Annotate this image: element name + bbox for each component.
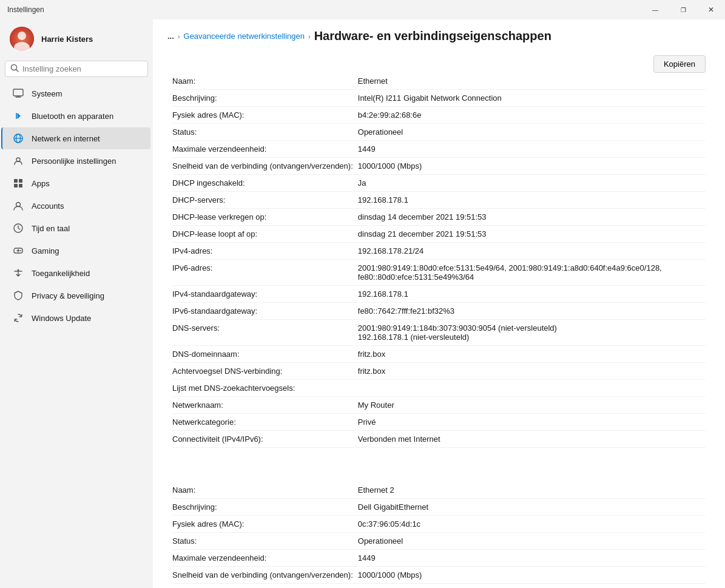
prop-value: 1000/1000 (Mbps)	[358, 567, 706, 584]
sidebar-item-netwerk-label: Netwerk en internet	[32, 134, 100, 143]
copy-button[interactable]: Kopiëren	[653, 55, 706, 73]
table-row: IPv6-adres: 2001:980:9149:1:80d0:efce:51…	[172, 260, 706, 286]
prop-value: Ja	[358, 175, 706, 192]
maximize-button[interactable]: ❐	[669, 0, 697, 19]
svg-point-11	[16, 158, 20, 161]
prop-label: IPv6-adres:	[172, 260, 358, 286]
prop-value: fritz.box	[358, 363, 706, 380]
breadcrumb-chevron-1: ›	[178, 33, 180, 40]
netwerk-icon	[12, 132, 24, 144]
breadcrumb-parent[interactable]: Geavanceerde netwerkinstellingen	[184, 32, 305, 41]
table-row: Status: Operationeel	[172, 533, 706, 550]
table-row: Fysiek adres (MAC): b4:2e:99:a2:68:6e	[172, 107, 706, 124]
titlebar: Instellingen — ❐ ✕	[0, 0, 725, 19]
prop-value: Dell GigabitEthernet	[358, 499, 706, 516]
ethernet2-table: Naam: Ethernet 2 Beschrijving: Dell Giga…	[172, 482, 706, 588]
prop-value: Operationeel	[358, 124, 706, 141]
sidebar-item-windows-update-label: Windows Update	[32, 314, 91, 323]
prop-value: 1449	[358, 141, 706, 158]
prop-value: Privé	[358, 414, 706, 431]
table-row: Connectiviteit (IPv4/IPv6): Verbonden me…	[172, 431, 706, 448]
sidebar-item-toegankelijkheid[interactable]: Toegankelijkheid	[2, 262, 150, 284]
sidebar-item-tijd[interactable]: Tijd en taal	[2, 217, 150, 239]
content-area: ... › Geavanceerde netwerkinstellingen ›…	[153, 19, 725, 588]
details-panel: Kopiëren Naam: Ethernet Beschrijving: In…	[153, 48, 725, 588]
table-row: Status: Operationeel	[172, 124, 706, 141]
prop-value: 192.168.178.1	[358, 286, 706, 303]
sidebar: Harrie Kisters Systeem	[0, 19, 153, 588]
sidebar-search[interactable]	[5, 61, 148, 77]
table-row: Beschrijving: Dell GigabitEthernet	[172, 499, 706, 516]
prop-value: 192.168.178.21/24	[358, 243, 706, 260]
search-input[interactable]	[22, 64, 143, 73]
prop-value: Ethernet 2	[358, 482, 706, 499]
prop-label: DHCP-lease verkregen op:	[172, 209, 358, 226]
prop-label: Fysiek adres (MAC):	[172, 516, 358, 533]
sidebar-item-windows-update[interactable]: Windows Update	[2, 307, 150, 329]
prop-label: Maximale verzendeenheid:	[172, 550, 358, 567]
svg-point-1	[18, 32, 26, 40]
sidebar-item-tijd-label: Tijd en taal	[32, 224, 70, 233]
app-layout: Harrie Kisters Systeem	[0, 19, 725, 588]
table-row: DNS-servers: 2001:980:9149:1:184b:3073:9…	[172, 320, 706, 346]
table-row: Snelheid van de verbinding (ontvangen/ve…	[172, 567, 706, 584]
table-row: Beschrijving: Intel(R) I211 Gigabit Netw…	[172, 90, 706, 107]
prop-label: Snelheid van de verbinding (ontvangen/ve…	[172, 158, 358, 175]
minimize-button[interactable]: —	[641, 0, 669, 19]
sidebar-username: Harrie Kisters	[41, 35, 93, 44]
sidebar-item-apps-label: Apps	[32, 179, 50, 188]
sidebar-item-accounts-label: Accounts	[32, 201, 64, 211]
table-row: DNS-domeinnaam: fritz.box	[172, 346, 706, 363]
sidebar-item-apps[interactable]: Apps	[2, 172, 150, 194]
svg-rect-13	[19, 179, 22, 183]
systeem-icon	[12, 87, 24, 100]
sidebar-item-privacy[interactable]: Privacy & beveiliging	[2, 285, 150, 306]
svg-rect-12	[14, 179, 18, 183]
svg-rect-5	[13, 89, 23, 96]
table-row: Naam: Ethernet 2	[172, 482, 706, 499]
sidebar-item-bluetooth[interactable]: Bluetooth en apparaten	[2, 105, 150, 127]
prop-label: Achtervoegsel DNS-verbinding:	[172, 363, 358, 380]
prop-label: Beschrijving:	[172, 499, 358, 516]
prop-value: fritz.box	[358, 346, 706, 363]
prop-label: DNS-domeinnaam:	[172, 346, 358, 363]
prop-value: Intel(R) I211 Gigabit Network Connection	[358, 90, 706, 107]
table-row: Netwerknaam: My Router	[172, 397, 706, 414]
windows-update-icon	[12, 312, 24, 324]
sidebar-item-toegankelijkheid-label: Toegankelijkheid	[32, 269, 90, 278]
sidebar-item-systeem-label: Systeem	[32, 89, 62, 98]
prop-label: Status:	[172, 124, 358, 141]
prop-label: DNS-servers:	[172, 320, 358, 346]
breadcrumb-current: Hardware- en verbindingseigenschappen	[314, 29, 551, 43]
table-row: Snelheid van de verbinding (ontvangen/ve…	[172, 158, 706, 175]
table-row: Fysiek adres (MAC): 0c:37:96:05:4d:1c	[172, 516, 706, 533]
prop-label: Naam:	[172, 482, 358, 499]
sidebar-item-accounts[interactable]: Accounts	[2, 195, 150, 217]
prop-label: Connectiviteit (IPv4/IPv6):	[172, 431, 358, 448]
prop-label: DHCP-servers:	[172, 192, 358, 209]
sidebar-item-gaming[interactable]: Gaming	[2, 240, 150, 262]
prop-value	[358, 380, 706, 397]
svg-rect-14	[14, 184, 18, 188]
sidebar-item-bluetooth-label: Bluetooth en apparaten	[32, 112, 113, 121]
table-row: Lijst met DNS-zoekachtervoegsels:	[172, 380, 706, 397]
sidebar-item-persoonlijk[interactable]: Persoonlijke instellingen	[2, 150, 150, 172]
prop-label: IPv4-adres:	[172, 243, 358, 260]
prop-value: 1000/1000 (Mbps)	[358, 158, 706, 175]
sidebar-item-systeem[interactable]: Systeem	[2, 83, 150, 104]
sidebar-item-netwerk[interactable]: Netwerk en internet	[1, 127, 150, 149]
prop-value: Ethernet	[358, 73, 706, 90]
close-button[interactable]: ✕	[697, 0, 725, 19]
breadcrumb-dots[interactable]: ...	[167, 32, 174, 41]
svg-point-22	[18, 269, 19, 271]
prop-value: 1449	[358, 550, 706, 567]
prop-label: Fysiek adres (MAC):	[172, 107, 358, 124]
svg-rect-15	[19, 184, 22, 188]
table-row: Naam: Ethernet	[172, 73, 706, 90]
breadcrumb-chevron-2: ›	[308, 33, 311, 40]
prop-label: DHCP-lease loopt af op:	[172, 226, 358, 243]
privacy-icon	[12, 289, 24, 302]
prop-label: DHCP ingeschakeld:	[172, 175, 358, 192]
section-separator	[172, 467, 706, 482]
prop-value: My Router	[358, 397, 706, 414]
